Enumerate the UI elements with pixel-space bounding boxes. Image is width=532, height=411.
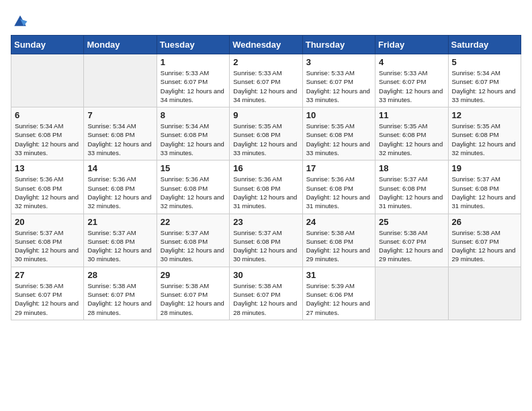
day-info: Sunrise: 5:36 AM Sunset: 6:08 PM Dayligh…: [306, 175, 371, 210]
day-info: Sunrise: 5:34 AM Sunset: 6:08 PM Dayligh…: [15, 122, 80, 157]
day-number: 31: [306, 270, 371, 280]
calendar-table: SundayMondayTuesdayWednesdayThursdayFrid…: [11, 35, 521, 320]
day-info: Sunrise: 5:34 AM Sunset: 6:08 PM Dayligh…: [87, 122, 152, 157]
day-info: Sunrise: 5:36 AM Sunset: 6:08 PM Dayligh…: [161, 175, 226, 210]
day-info: Sunrise: 5:33 AM Sunset: 6:07 PM Dayligh…: [306, 68, 371, 104]
day-number: 17: [306, 163, 371, 173]
day-number: 13: [15, 163, 80, 173]
day-number: 25: [379, 217, 444, 227]
day-number: 12: [452, 110, 517, 120]
day-number: 26: [452, 217, 517, 227]
day-number: 10: [306, 110, 371, 120]
day-info: Sunrise: 5:34 AM Sunset: 6:07 PM Dayligh…: [452, 68, 517, 104]
logo-icon: [11, 11, 30, 30]
day-info: Sunrise: 5:36 AM Sunset: 6:08 PM Dayligh…: [15, 175, 80, 210]
day-number: 23: [233, 217, 298, 227]
calendar-cell: 30Sunrise: 5:38 AM Sunset: 6:07 PM Dayli…: [230, 267, 302, 320]
calendar-cell: 15Sunrise: 5:36 AM Sunset: 6:08 PM Dayli…: [157, 161, 229, 214]
calendar-cell: 7Sunrise: 5:34 AM Sunset: 6:08 PM Daylig…: [84, 107, 157, 161]
calendar-cell: [448, 267, 521, 320]
calendar-week-4: 20Sunrise: 5:37 AM Sunset: 6:08 PM Dayli…: [11, 214, 521, 267]
day-number: 14: [87, 163, 152, 173]
calendar-cell: 4Sunrise: 5:33 AM Sunset: 6:07 PM Daylig…: [375, 54, 448, 107]
calendar-cell: 27Sunrise: 5:38 AM Sunset: 6:07 PM Dayli…: [11, 267, 84, 320]
calendar-week-5: 27Sunrise: 5:38 AM Sunset: 6:07 PM Dayli…: [11, 267, 521, 320]
calendar-cell: 17Sunrise: 5:36 AM Sunset: 6:08 PM Dayli…: [302, 161, 375, 214]
calendar-cell: 20Sunrise: 5:37 AM Sunset: 6:08 PM Dayli…: [11, 214, 84, 267]
day-number: 16: [233, 163, 298, 173]
day-number: 7: [87, 110, 152, 120]
calendar-cell: 31Sunrise: 5:39 AM Sunset: 6:06 PM Dayli…: [302, 267, 375, 320]
calendar-week-2: 6Sunrise: 5:34 AM Sunset: 6:08 PM Daylig…: [11, 107, 521, 161]
day-number: 11: [379, 110, 444, 120]
day-info: Sunrise: 5:38 AM Sunset: 6:07 PM Dayligh…: [452, 228, 517, 264]
day-info: Sunrise: 5:35 AM Sunset: 6:08 PM Dayligh…: [452, 122, 517, 157]
calendar-week-1: 1Sunrise: 5:33 AM Sunset: 6:07 PM Daylig…: [11, 54, 521, 107]
day-number: 29: [161, 270, 226, 280]
calendar-cell: [375, 267, 448, 320]
day-number: 19: [452, 163, 517, 173]
calendar-cell: 28Sunrise: 5:38 AM Sunset: 6:07 PM Dayli…: [84, 267, 157, 320]
page-header: [11, 11, 521, 30]
day-info: Sunrise: 5:36 AM Sunset: 6:08 PM Dayligh…: [87, 175, 152, 210]
day-number: 6: [15, 110, 80, 120]
day-number: 1: [161, 57, 226, 67]
calendar-cell: [11, 54, 84, 107]
day-info: Sunrise: 5:38 AM Sunset: 6:07 PM Dayligh…: [379, 228, 444, 264]
day-number: 9: [233, 110, 298, 120]
calendar-week-3: 13Sunrise: 5:36 AM Sunset: 6:08 PM Dayli…: [11, 161, 521, 214]
day-info: Sunrise: 5:37 AM Sunset: 6:08 PM Dayligh…: [233, 228, 298, 264]
day-info: Sunrise: 5:33 AM Sunset: 6:07 PM Dayligh…: [379, 68, 444, 104]
calendar-cell: 13Sunrise: 5:36 AM Sunset: 6:08 PM Dayli…: [11, 161, 84, 214]
day-info: Sunrise: 5:37 AM Sunset: 6:08 PM Dayligh…: [15, 228, 80, 264]
day-info: Sunrise: 5:38 AM Sunset: 6:07 PM Dayligh…: [87, 281, 152, 317]
day-info: Sunrise: 5:37 AM Sunset: 6:08 PM Dayligh…: [87, 228, 152, 264]
day-info: Sunrise: 5:37 AM Sunset: 6:08 PM Dayligh…: [161, 228, 226, 264]
day-number: 30: [233, 270, 298, 280]
day-info: Sunrise: 5:33 AM Sunset: 6:07 PM Dayligh…: [233, 68, 298, 104]
calendar-header-row: SundayMondayTuesdayWednesdayThursdayFrid…: [11, 36, 521, 54]
calendar-cell: 18Sunrise: 5:37 AM Sunset: 6:08 PM Dayli…: [375, 161, 448, 214]
day-info: Sunrise: 5:36 AM Sunset: 6:08 PM Dayligh…: [233, 175, 298, 210]
calendar-cell: 3Sunrise: 5:33 AM Sunset: 6:07 PM Daylig…: [302, 54, 375, 107]
calendar-cell: [84, 54, 157, 107]
column-header-thursday: Thursday: [302, 36, 375, 54]
day-info: Sunrise: 5:38 AM Sunset: 6:07 PM Dayligh…: [233, 281, 298, 317]
calendar-cell: 25Sunrise: 5:38 AM Sunset: 6:07 PM Dayli…: [375, 214, 448, 267]
day-info: Sunrise: 5:38 AM Sunset: 6:07 PM Dayligh…: [15, 281, 80, 317]
day-number: 21: [87, 217, 152, 227]
calendar-cell: 8Sunrise: 5:34 AM Sunset: 6:08 PM Daylig…: [157, 107, 229, 161]
day-info: Sunrise: 5:34 AM Sunset: 6:08 PM Dayligh…: [161, 122, 226, 157]
day-number: 15: [161, 163, 226, 173]
column-header-tuesday: Tuesday: [157, 36, 229, 54]
day-info: Sunrise: 5:37 AM Sunset: 6:08 PM Dayligh…: [452, 175, 517, 210]
day-number: 8: [161, 110, 226, 120]
logo: [11, 11, 30, 30]
calendar-cell: 16Sunrise: 5:36 AM Sunset: 6:08 PM Dayli…: [230, 161, 302, 214]
day-info: Sunrise: 5:35 AM Sunset: 6:08 PM Dayligh…: [379, 122, 444, 157]
day-info: Sunrise: 5:35 AM Sunset: 6:08 PM Dayligh…: [233, 122, 298, 157]
day-info: Sunrise: 5:39 AM Sunset: 6:06 PM Dayligh…: [306, 281, 371, 317]
day-number: 3: [306, 57, 371, 67]
calendar-cell: 14Sunrise: 5:36 AM Sunset: 6:08 PM Dayli…: [84, 161, 157, 214]
day-number: 4: [379, 57, 444, 67]
day-info: Sunrise: 5:38 AM Sunset: 6:08 PM Dayligh…: [306, 228, 371, 264]
calendar-cell: 21Sunrise: 5:37 AM Sunset: 6:08 PM Dayli…: [84, 214, 157, 267]
calendar-cell: 19Sunrise: 5:37 AM Sunset: 6:08 PM Dayli…: [448, 161, 521, 214]
calendar-cell: 12Sunrise: 5:35 AM Sunset: 6:08 PM Dayli…: [448, 107, 521, 161]
calendar-cell: 1Sunrise: 5:33 AM Sunset: 6:07 PM Daylig…: [157, 54, 229, 107]
calendar-cell: 23Sunrise: 5:37 AM Sunset: 6:08 PM Dayli…: [230, 214, 302, 267]
day-number: 20: [15, 217, 80, 227]
column-header-wednesday: Wednesday: [230, 36, 302, 54]
calendar-cell: 24Sunrise: 5:38 AM Sunset: 6:08 PM Dayli…: [302, 214, 375, 267]
calendar-cell: 29Sunrise: 5:38 AM Sunset: 6:07 PM Dayli…: [157, 267, 229, 320]
calendar-cell: 6Sunrise: 5:34 AM Sunset: 6:08 PM Daylig…: [11, 107, 84, 161]
day-info: Sunrise: 5:38 AM Sunset: 6:07 PM Dayligh…: [161, 281, 226, 317]
calendar-cell: 10Sunrise: 5:35 AM Sunset: 6:08 PM Dayli…: [302, 107, 375, 161]
day-number: 5: [452, 57, 517, 67]
day-info: Sunrise: 5:35 AM Sunset: 6:08 PM Dayligh…: [306, 122, 371, 157]
column-header-monday: Monday: [84, 36, 157, 54]
day-number: 28: [87, 270, 152, 280]
calendar-cell: 9Sunrise: 5:35 AM Sunset: 6:08 PM Daylig…: [230, 107, 302, 161]
calendar-cell: 11Sunrise: 5:35 AM Sunset: 6:08 PM Dayli…: [375, 107, 448, 161]
